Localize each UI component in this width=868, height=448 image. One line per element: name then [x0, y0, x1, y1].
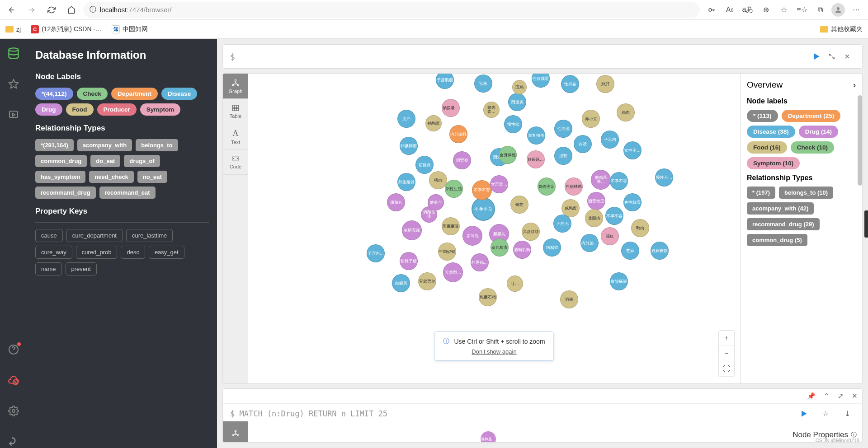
prop-cured-prob[interactable]: cured_prob — [76, 246, 118, 259]
run-button[interactable] — [809, 49, 824, 64]
rel-belongs-to[interactable]: belongs_to — [136, 139, 178, 151]
read-aloud-icon[interactable]: A)) — [722, 2, 738, 18]
graph-node[interactable]: 卵巢肿瘤 — [400, 137, 418, 155]
graph-node[interactable]: 乾麻石精 — [479, 288, 497, 306]
graph-node[interactable]: 无性无 — [553, 215, 571, 233]
rail-screen-icon[interactable] — [7, 108, 20, 121]
bookmark-cnki[interactable]: 知中国知网 — [112, 25, 148, 33]
rel-need-check[interactable]: need_check — [89, 171, 133, 183]
rail-star-icon[interactable] — [7, 78, 20, 90]
close-icon[interactable]: ✕ — [852, 392, 858, 400]
graph-node[interactable]: 妊娠糖尿 — [651, 242, 669, 260]
run-button[interactable] — [796, 406, 811, 421]
ov-label-drug[interactable]: Drug (14) — [799, 126, 838, 138]
graph-node[interactable]: 全身体检 — [499, 146, 517, 164]
zoom-out-button[interactable]: － — [719, 346, 734, 361]
prop-desc[interactable]: desc — [121, 246, 145, 259]
prop-cure-department[interactable]: cure_department — [66, 229, 123, 242]
fit-button[interactable]: ⛶ — [719, 361, 734, 377]
bookmark-csdn[interactable]: C(12条消息) CSDN -… — [31, 25, 102, 33]
graph-node[interactable]: 弹路块块 — [522, 223, 540, 241]
fullscreen-button[interactable] — [824, 49, 840, 64]
graph-node[interactable]: 脂精营养… — [591, 170, 611, 190]
rel-do-eat[interactable]: do_eat — [90, 155, 120, 167]
rel-has-symptom[interactable]: has_symptom — [35, 171, 85, 183]
graph-node[interactable]: 脑神圣… — [481, 431, 496, 443]
graph-node[interactable]: 子宫肌瘤 — [436, 74, 454, 89]
expand-icon[interactable]: ⤢ — [838, 392, 844, 400]
ov-label-disease[interactable]: Disease (38) — [747, 126, 795, 138]
url-bar[interactable]: ⓘ localhost:7474/browser/ — [83, 2, 700, 18]
ov-label-food[interactable]: Food (16) — [747, 141, 787, 154]
zoom-icon[interactable]: ⊕ — [758, 2, 774, 18]
graph-node[interactable]: 子宫内 — [601, 131, 619, 149]
graph-node[interactable]: 盾精乳粉 — [513, 241, 531, 259]
graph-node[interactable]: 鸭肉 — [631, 219, 649, 237]
prop-prevent[interactable]: prevent — [66, 262, 97, 275]
bookmark-zj[interactable]: zj — [5, 26, 21, 33]
prop-easy-get[interactable]: easy_get — [149, 246, 184, 259]
label-check[interactable]: Check — [77, 88, 108, 100]
tab-code[interactable]: Code — [223, 149, 248, 175]
graph-node[interactable]: 医麻麻豆 — [442, 217, 460, 235]
pin-icon[interactable]: 📌 — [807, 392, 816, 400]
overview-header[interactable]: Overview› — [747, 80, 856, 90]
rail-settings-icon[interactable] — [7, 405, 20, 417]
graph-node[interactable]: 宫寒 — [474, 75, 492, 93]
graph-node[interactable]: 性德林感 — [565, 177, 583, 196]
scrollbar[interactable] — [858, 95, 862, 186]
graph-node[interactable]: 牛肉砂锅 — [438, 243, 456, 261]
ov-label-symptom[interactable]: Symptom (10) — [747, 157, 800, 169]
graph-node[interactable]: 不孕不育 — [472, 197, 495, 221]
rel-drugs-of[interactable]: drugs_of — [124, 155, 160, 167]
label-department[interactable]: Department — [111, 88, 158, 100]
graph-canvas[interactable]: ⓘUse Ctrl or Shift + scroll to zoom Don'… — [248, 74, 740, 383]
collapse-icon[interactable]: ⌃ — [824, 392, 830, 400]
forward-button[interactable] — [24, 2, 40, 18]
rel-no-eat[interactable]: no_eat — [137, 171, 167, 183]
back-button[interactable] — [4, 2, 20, 18]
graph-node[interactable]: 鹌鹑蛋 — [425, 115, 442, 131]
tab-graph[interactable]: Graph — [223, 74, 248, 99]
collections-icon[interactable]: ⧉ — [812, 2, 828, 18]
graph-node[interactable]: 田鸡 — [512, 80, 527, 94]
rel-recommand-eat[interactable]: recommand_eat — [99, 187, 156, 199]
graph-node[interactable]: 赤小豆 — [582, 110, 600, 128]
graph-node[interactable]: 性兴奋 — [561, 75, 579, 93]
ov-rel-recommand-drug[interactable]: recommand_drug (29) — [747, 218, 820, 230]
prop-cure-way[interactable]: cure_way — [35, 246, 72, 259]
graph-node[interactable]: 取较痛潜 — [610, 272, 628, 290]
bookmark-other[interactable]: 其他收藏夹 — [820, 25, 863, 33]
ov-rel-belongs-to[interactable]: belongs_to (10) — [779, 187, 833, 199]
graph-node[interactable]: 睾丸扭伤 — [527, 126, 545, 145]
favorite-icon[interactable]: ☆ — [818, 406, 833, 421]
label-producer[interactable]: Producer — [97, 103, 137, 116]
info-icon[interactable]: ⓘ — [90, 5, 96, 14]
label-disease[interactable]: Disease — [161, 88, 197, 100]
graph-node[interactable]: 前庭炎 — [415, 156, 434, 174]
graph-node[interactable]: 糖普散症 — [587, 192, 605, 210]
graph-node[interactable]: 固肾膏 — [453, 151, 471, 169]
tip-dismiss[interactable]: Don't show again — [472, 348, 516, 355]
graph-node[interactable]: 慢性盆 — [504, 115, 522, 133]
graph-node[interactable]: 性欲减退 — [532, 74, 550, 88]
graph-node[interactable]: 天然型… — [443, 262, 463, 282]
graph-node[interactable]: 不孕不容 — [610, 172, 628, 190]
rel-star[interactable]: *(291,164) — [35, 139, 74, 151]
rail-about-icon[interactable] — [7, 435, 20, 448]
graph-node[interactable]: 芝麻 — [621, 242, 639, 260]
refresh-button[interactable] — [43, 2, 60, 18]
label-star[interactable]: *(44,112) — [35, 88, 73, 100]
graph-node[interactable]: 内分泌科 — [449, 125, 467, 143]
graph-node[interactable]: 子宫内… — [367, 244, 385, 262]
graph-node[interactable]: 慢性不… — [655, 168, 673, 187]
graph-node[interactable]: 健身全 — [428, 194, 444, 210]
zoom-in-button[interactable]: ＋ — [719, 331, 734, 346]
label-drug[interactable]: Drug — [35, 103, 62, 116]
rel-common-drug[interactable]: common_drug — [35, 155, 87, 167]
download-icon[interactable]: ⤓ — [840, 406, 855, 421]
graph-node[interactable]: 白话 — [574, 135, 592, 153]
graph-node[interactable]: 壮… — [507, 275, 523, 292]
ov-rel-acompany-with[interactable]: acompany_with (42) — [747, 202, 814, 215]
label-food[interactable]: Food — [66, 103, 94, 116]
